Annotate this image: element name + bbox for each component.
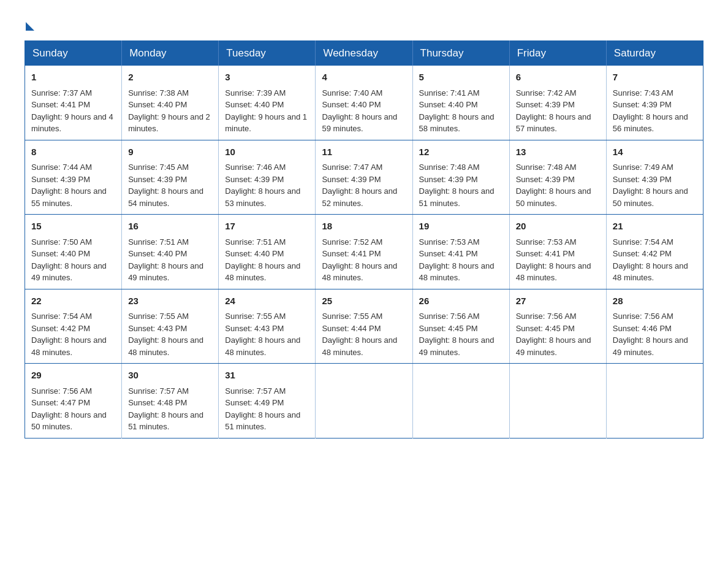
day-daylight: Daylight: 8 hours and 58 minutes. [419, 112, 495, 134]
day-sunset: Sunset: 4:45 PM [419, 324, 478, 333]
day-sunrise: Sunrise: 7:40 AM [322, 88, 382, 98]
day-daylight: Daylight: 8 hours and 57 minutes. [516, 112, 591, 134]
day-number: 20 [516, 220, 600, 234]
calendar-cell: 21 Sunrise: 7:54 AM Sunset: 4:42 PM Dayl… [606, 215, 703, 289]
day-sunset: Sunset: 4:41 PM [419, 249, 478, 258]
day-number: 2 [128, 71, 212, 85]
day-sunrise: Sunrise: 7:54 AM [31, 312, 92, 321]
day-daylight: Daylight: 8 hours and 49 minutes. [31, 261, 107, 283]
day-sunrise: Sunrise: 7:43 AM [613, 88, 673, 98]
day-sunset: Sunset: 4:39 PM [128, 175, 187, 184]
day-daylight: Daylight: 8 hours and 49 minutes. [516, 335, 591, 357]
day-sunrise: Sunrise: 7:56 AM [31, 386, 92, 396]
day-sunrise: Sunrise: 7:51 AM [225, 237, 286, 247]
column-header-wednesday: Wednesday [316, 41, 412, 66]
calendar-cell: 17 Sunrise: 7:51 AM Sunset: 4:40 PM Dayl… [219, 215, 316, 289]
calendar-cell: 19 Sunrise: 7:53 AM Sunset: 4:41 PM Dayl… [412, 215, 509, 289]
day-daylight: Daylight: 8 hours and 48 minutes. [613, 261, 688, 283]
calendar-cell [606, 364, 703, 439]
day-daylight: Daylight: 8 hours and 51 minutes. [419, 186, 495, 208]
day-number: 31 [225, 369, 309, 383]
day-sunset: Sunset: 4:48 PM [128, 398, 187, 407]
day-daylight: Daylight: 8 hours and 48 minutes. [128, 335, 203, 357]
day-sunrise: Sunrise: 7:55 AM [322, 312, 382, 321]
day-number: 5 [419, 71, 503, 85]
day-number: 25 [322, 294, 406, 308]
day-sunset: Sunset: 4:41 PM [322, 249, 381, 258]
calendar-cell: 6 Sunrise: 7:42 AM Sunset: 4:39 PM Dayli… [509, 66, 606, 140]
column-header-friday: Friday [509, 41, 606, 66]
calendar-cell [316, 364, 412, 439]
day-sunset: Sunset: 4:43 PM [225, 324, 284, 333]
day-sunrise: Sunrise: 7:51 AM [128, 237, 189, 247]
day-sunset: Sunset: 4:39 PM [31, 175, 90, 184]
day-sunset: Sunset: 4:39 PM [322, 175, 381, 184]
column-header-monday: Monday [122, 41, 219, 66]
calendar-cell: 20 Sunrise: 7:53 AM Sunset: 4:41 PM Dayl… [509, 215, 606, 289]
calendar-cell: 25 Sunrise: 7:55 AM Sunset: 4:44 PM Dayl… [316, 289, 412, 364]
calendar-cell: 30 Sunrise: 7:57 AM Sunset: 4:48 PM Dayl… [122, 364, 219, 439]
day-sunset: Sunset: 4:39 PM [613, 175, 672, 184]
day-number: 4 [322, 71, 406, 85]
day-sunrise: Sunrise: 7:57 AM [225, 386, 286, 396]
day-number: 9 [128, 145, 212, 159]
calendar-week-4: 22 Sunrise: 7:54 AM Sunset: 4:42 PM Dayl… [25, 289, 703, 364]
calendar-cell: 14 Sunrise: 7:49 AM Sunset: 4:39 PM Dayl… [606, 140, 703, 215]
calendar-header-row: SundayMondayTuesdayWednesdayThursdayFrid… [25, 41, 703, 66]
day-sunrise: Sunrise: 7:53 AM [516, 237, 577, 247]
day-daylight: Daylight: 8 hours and 48 minutes. [225, 261, 300, 283]
day-sunrise: Sunrise: 7:49 AM [613, 163, 673, 172]
day-sunset: Sunset: 4:39 PM [419, 175, 478, 184]
calendar-week-5: 29 Sunrise: 7:56 AM Sunset: 4:47 PM Dayl… [25, 364, 703, 439]
column-header-saturday: Saturday [606, 41, 703, 66]
calendar-cell: 16 Sunrise: 7:51 AM Sunset: 4:40 PM Dayl… [122, 215, 219, 289]
day-sunrise: Sunrise: 7:55 AM [225, 312, 286, 321]
day-daylight: Daylight: 8 hours and 55 minutes. [31, 186, 107, 208]
day-sunrise: Sunrise: 7:50 AM [31, 237, 92, 247]
day-sunset: Sunset: 4:39 PM [516, 100, 575, 109]
day-number: 17 [225, 220, 309, 234]
logo [25, 18, 34, 28]
day-sunset: Sunset: 4:43 PM [128, 324, 187, 333]
day-daylight: Daylight: 9 hours and 1 minute. [225, 112, 307, 134]
column-header-thursday: Thursday [412, 41, 509, 66]
column-header-sunday: Sunday [25, 41, 122, 66]
day-daylight: Daylight: 9 hours and 2 minutes. [128, 112, 210, 134]
logo-triangle-icon [26, 22, 34, 31]
day-sunset: Sunset: 4:42 PM [31, 324, 90, 333]
calendar-cell: 1 Sunrise: 7:37 AM Sunset: 4:41 PM Dayli… [25, 66, 122, 140]
day-sunrise: Sunrise: 7:52 AM [322, 237, 382, 247]
calendar-cell: 13 Sunrise: 7:48 AM Sunset: 4:39 PM Dayl… [509, 140, 606, 215]
calendar-cell: 15 Sunrise: 7:50 AM Sunset: 4:40 PM Dayl… [25, 215, 122, 289]
calendar-cell: 31 Sunrise: 7:57 AM Sunset: 4:49 PM Dayl… [219, 364, 316, 439]
day-daylight: Daylight: 8 hours and 54 minutes. [128, 186, 203, 208]
calendar-cell: 12 Sunrise: 7:48 AM Sunset: 4:39 PM Dayl… [412, 140, 509, 215]
day-number: 29 [31, 369, 115, 383]
day-number: 30 [128, 369, 212, 383]
day-number: 22 [31, 294, 115, 308]
day-daylight: Daylight: 8 hours and 48 minutes. [31, 335, 107, 357]
day-number: 1 [31, 71, 115, 85]
day-sunrise: Sunrise: 7:48 AM [516, 163, 577, 172]
day-number: 18 [322, 220, 406, 234]
day-number: 6 [516, 71, 600, 85]
day-daylight: Daylight: 8 hours and 52 minutes. [322, 186, 397, 208]
day-daylight: Daylight: 8 hours and 48 minutes. [419, 261, 495, 283]
day-number: 21 [613, 220, 697, 234]
day-sunset: Sunset: 4:49 PM [225, 398, 284, 407]
day-sunrise: Sunrise: 7:39 AM [225, 88, 286, 98]
day-number: 15 [31, 220, 115, 234]
calendar-cell [412, 364, 509, 439]
day-number: 3 [225, 71, 309, 85]
calendar-cell: 4 Sunrise: 7:40 AM Sunset: 4:40 PM Dayli… [316, 66, 412, 140]
day-sunset: Sunset: 4:40 PM [128, 100, 187, 109]
day-sunset: Sunset: 4:40 PM [225, 100, 284, 109]
day-daylight: Daylight: 8 hours and 56 minutes. [613, 112, 688, 134]
day-number: 26 [419, 294, 503, 308]
day-number: 23 [128, 294, 212, 308]
calendar-cell: 11 Sunrise: 7:47 AM Sunset: 4:39 PM Dayl… [316, 140, 412, 215]
calendar-cell: 26 Sunrise: 7:56 AM Sunset: 4:45 PM Dayl… [412, 289, 509, 364]
calendar-cell: 9 Sunrise: 7:45 AM Sunset: 4:39 PM Dayli… [122, 140, 219, 215]
day-daylight: Daylight: 8 hours and 49 minutes. [128, 261, 203, 283]
calendar-cell [509, 364, 606, 439]
